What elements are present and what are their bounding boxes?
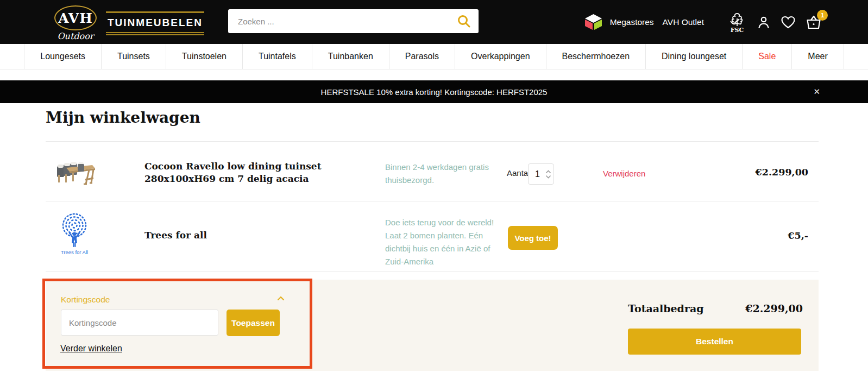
nav-item-loungesets[interactable]: Loungesets xyxy=(24,44,101,69)
apply-discount-button[interactable]: Toepassen xyxy=(227,310,280,336)
nav-item-tuintafels[interactable]: Tuintafels xyxy=(242,44,312,69)
nav-item-tuinstoelen[interactable]: Tuinstoelen xyxy=(166,44,242,69)
nav-item-tuinbanken[interactable]: Tuinbanken xyxy=(312,44,389,69)
checkout-button[interactable]: Bestellen xyxy=(628,329,801,355)
logo-brand-text: TUINMEUBELEN xyxy=(106,11,204,35)
promo-banner-text: HERFSTSALE 10% extra korting! Kortingsco… xyxy=(321,87,548,97)
nav-item-tuinsets[interactable]: Tuinsets xyxy=(101,44,166,69)
site-header: AVH Outdoor TUINMEUBELEN Megastores AVH … xyxy=(0,0,868,44)
quantity-increase-icon[interactable] xyxy=(545,170,551,174)
trees-for-all-logo: Trees for All xyxy=(59,212,90,256)
nav-item-parasols[interactable]: Parasols xyxy=(389,44,455,69)
promo-banner: HERFSTSALE 10% extra korting! Kortingsco… xyxy=(0,80,868,103)
logo-avh-text: AVH xyxy=(58,10,93,26)
quantity-input[interactable] xyxy=(535,169,544,179)
account-icon[interactable] xyxy=(757,15,771,29)
header-right-group: Megastores AVH Outlet FSC xyxy=(583,0,822,44)
fsc-icon: FSC xyxy=(728,12,746,33)
avh-logo-oval: AVH xyxy=(54,5,97,30)
trees-for-all-caption: Trees for All xyxy=(61,249,88,255)
main-navigation: Loungesets Tuinsets Tuinstoelen Tuintafe… xyxy=(0,44,868,70)
item-price: €5,- xyxy=(788,230,808,241)
chevron-up-icon[interactable] xyxy=(277,296,285,301)
nav-item-beschermhoezen[interactable]: Beschermhoezen xyxy=(546,44,646,69)
cart-count-badge: 1 xyxy=(817,10,828,21)
discount-code-input[interactable] xyxy=(61,310,218,336)
nav-item-dining-loungeset[interactable]: Dining loungeset xyxy=(645,44,742,69)
svg-text:FSC: FSC xyxy=(731,27,744,33)
product-image[interactable] xyxy=(55,157,96,187)
search-input[interactable] xyxy=(228,17,457,26)
cart-summary-panel: Kortingscode Toepassen Verder winkelen T… xyxy=(46,280,819,371)
wishlist-heart-icon[interactable] xyxy=(781,15,796,29)
total-value: €2.299,00 xyxy=(745,302,803,314)
item-price: €2.299,00 xyxy=(756,167,808,178)
product-title[interactable]: Trees for all xyxy=(144,229,392,242)
quantity-stepper[interactable] xyxy=(528,163,554,185)
cart-basket-icon[interactable]: 1 xyxy=(806,15,822,30)
logo-outdoor-text: Outdoor xyxy=(54,31,97,41)
add-trees-button[interactable]: Voeg toe! xyxy=(508,226,558,250)
nav-item-sale[interactable]: Sale xyxy=(742,44,791,69)
discount-accordion-label[interactable]: Kortingscode xyxy=(61,295,110,305)
total-label: Totaalbedrag xyxy=(628,302,704,314)
nav-item-meer[interactable]: Meer xyxy=(791,44,844,69)
cart-item-list: Cocoon Ravello low dining tuinset 280x10… xyxy=(46,141,819,272)
cart-page: Mijn winkelwagen xyxy=(46,109,819,371)
product-title[interactable]: Cocoon Ravello low dining tuinset 280x10… xyxy=(144,160,392,185)
cart-item-row: Trees for All Trees for all Doe iets ter… xyxy=(46,201,819,272)
banner-close-icon[interactable]: ✕ xyxy=(813,80,820,103)
nav-item-overkappingen[interactable]: Overkappingen xyxy=(455,44,546,69)
search-bar xyxy=(228,9,479,33)
delivery-note: Binnen 2-4 werkdagen gratis thuisbezorgd… xyxy=(385,161,496,187)
cart-item-row: Cocoon Ravello low dining tuinset 280x10… xyxy=(46,142,819,201)
page-title: Mijn winkelwagen xyxy=(46,109,819,127)
avh-outlet-link[interactable]: AVH Outlet xyxy=(663,17,704,27)
continue-shopping-link[interactable]: Verder winkelen xyxy=(60,344,122,354)
megastores-icon[interactable] xyxy=(583,14,603,30)
remove-item-link[interactable]: Verwijderen xyxy=(603,169,645,178)
search-icon[interactable] xyxy=(457,14,471,28)
megastores-link[interactable]: Megastores xyxy=(610,17,654,27)
trees-note: Doe iets terug voor de wereld! Laat 2 bo… xyxy=(385,216,496,268)
site-logo[interactable]: AVH Outdoor TUINMEUBELEN xyxy=(54,5,204,41)
quantity-decrease-icon[interactable] xyxy=(545,175,551,179)
